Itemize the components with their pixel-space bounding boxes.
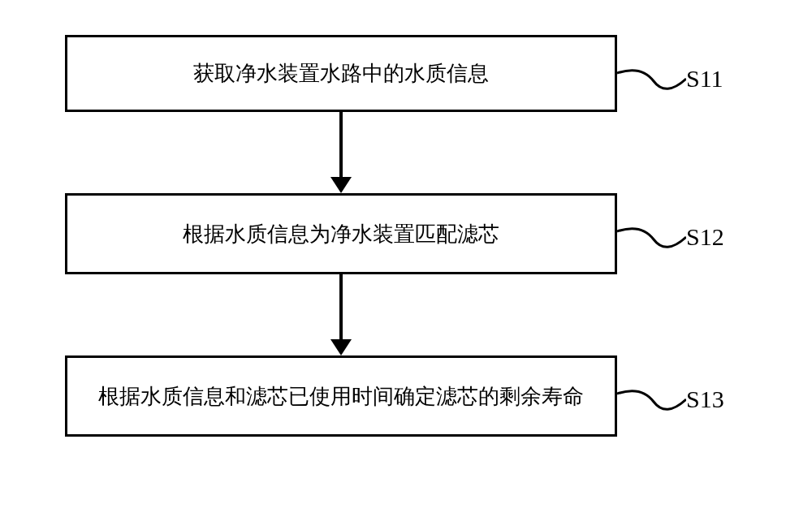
arrow-1-line <box>339 112 343 179</box>
flowchart-step-1: 获取净水装置水路中的水质信息 <box>65 35 617 112</box>
label-connector-2 <box>617 227 686 256</box>
label-connector-3 <box>617 390 686 418</box>
flowchart-step-3: 根据水质信息和滤芯已使用时间确定滤芯的剩余寿命 <box>65 355 617 437</box>
arrow-1-head <box>330 177 352 193</box>
step-3-text: 根据水质信息和滤芯已使用时间确定滤芯的剩余寿命 <box>98 382 584 411</box>
flowchart-step-2: 根据水质信息为净水装置匹配滤芯 <box>65 193 617 274</box>
step-2-text: 根据水质信息为净水装置匹配滤芯 <box>183 220 499 248</box>
step-3-label: S13 <box>686 386 724 413</box>
step-1-text: 获取净水装置水路中的水质信息 <box>193 59 489 88</box>
step-2-label: S12 <box>686 223 724 251</box>
step-1-label: S11 <box>686 65 723 93</box>
arrow-2-line <box>339 274 343 342</box>
arrow-2-head <box>330 339 352 355</box>
flowchart-container: 获取净水装置水路中的水质信息 根据水质信息为净水装置匹配滤芯 根据水质信息和滤芯… <box>0 0 812 517</box>
label-connector-1 <box>617 69 686 97</box>
